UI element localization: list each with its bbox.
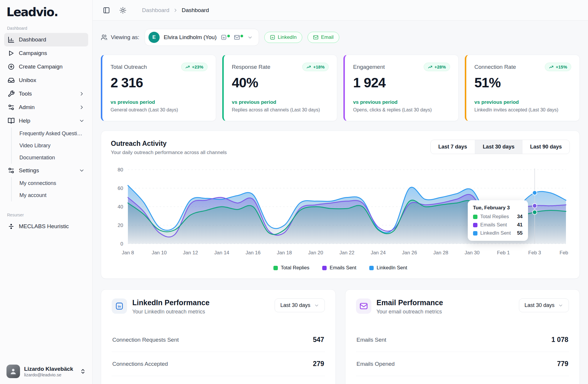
sidebar-nav: Dashboard Campaigns Create Campaign Unib… [4,33,88,233]
sidebar-item-faq[interactable]: Frequently Asked Questions [18,128,85,140]
svg-text:Feb 3: Feb 3 [528,250,541,256]
sidebar-item-create-campaign[interactable]: Create Campaign [4,60,88,74]
linkedin-channel-badge: in LinkedIn [264,32,302,43]
metric-row-messages-sent: Messages Sent691 [112,376,325,384]
users-icon [101,34,107,41]
chevron-right-icon [79,91,85,97]
linkedin-status-dot [227,35,230,37]
main-area: Dashboard Dashboard Viewing as: E Elvira… [93,0,588,384]
svg-text:in: in [118,304,121,308]
sidebar-item-documentation[interactable]: Documentation [18,152,85,164]
stats-row: Total Outreach +23% 2 316 vs previous pe… [101,55,580,121]
svg-text:60: 60 [118,186,123,191]
linkedin-performance-card: in LinkedIn Performance Your LinkedIn ou… [101,289,336,384]
legend-swatch [369,266,374,270]
sidebar-item-my-account[interactable]: My account [18,189,85,201]
legend-item: Total Replies [273,265,309,271]
app-root: Leadvio. Dashboard Dashboard Campaigns C… [0,0,588,384]
tooltip-row: LinkedIn Sent55 [473,230,523,236]
metric-row-connection-requests-sent: Connection Requests Sent547 [112,328,325,352]
viewing-as-row: Viewing as: E Elvira Lindholm (You) in [101,29,580,46]
email-channel-badge: Email [308,32,339,43]
svg-text:Jan 16: Jan 16 [245,250,260,256]
user-email: lizardo@leadvio.se [24,372,76,377]
sidebar-item-admin[interactable]: Admin [4,101,88,114]
wrench-icon [8,90,15,97]
legend-item: Emails Sent [322,265,356,271]
stat-title: Connection Rate [475,64,516,70]
stat-description: General outreach (Last 30 days) [111,107,208,113]
svg-text:Jan 18: Jan 18 [277,250,292,256]
legend-swatch-linkedin-sent [473,231,477,236]
sidebar-toggle-button[interactable] [101,5,111,15]
svg-text:Feb 5: Feb 5 [559,250,570,256]
chart-legend: Total RepliesEmails SentLinkedIn Sent [111,265,570,273]
breadcrumb: Dashboard Dashboard [142,7,209,14]
user-avatar [6,365,20,378]
trending-up-icon [185,65,190,69]
tab-last-7-days[interactable]: Last 7 days [431,140,475,154]
trending-up-icon [306,65,311,69]
card-subtitle: Your email outreach metrics [377,309,514,315]
stat-value: 51% [475,75,572,91]
linkedin-icon: in [112,298,127,314]
performance-row: in LinkedIn Performance Your LinkedIn ou… [101,289,580,384]
viewer-avatar: E [148,32,160,43]
sidebar-item-unibox[interactable]: Unibox [4,74,88,87]
viewing-as-select[interactable]: E Elvira Lindholm (You) in [145,29,259,46]
chevron-down-icon [314,303,319,308]
tooltip-row: Total Replies34 [473,214,523,220]
trend-badge: +28% [424,63,450,71]
stat-card-total-outreach: Total Outreach +23% 2 316 vs previous pe… [101,55,216,121]
stat-description: Opens, clicks & replies (Last 30 days) [353,107,450,113]
trending-up-icon [549,65,554,69]
sidebar-item-dashboard[interactable]: Dashboard [4,33,88,46]
bar-chart-icon [8,36,15,43]
sidebar-item-video-library[interactable]: Video Library [18,140,85,152]
svg-text:Jan 10: Jan 10 [152,250,167,256]
sidebar-item-label: Tools [19,91,32,97]
sidebar-item-label: Unibox [19,77,36,84]
trend-badge: +23% [181,63,208,71]
legend-swatch-total-replies [473,215,477,219]
breadcrumb-root[interactable]: Dashboard [142,7,169,14]
tooltip-title: Tue, February 3 [473,205,523,211]
sidebar-item-tools[interactable]: Tools [4,87,88,101]
chevron-down-icon [79,168,85,173]
sidebar-user-menu[interactable]: Lizardo Klavebäck lizardo@leadvio.se [4,362,89,381]
theme-toggle-sun-icon[interactable] [118,5,128,15]
chevron-right-icon [79,104,85,110]
settings-submenu: My connections My account [11,177,88,201]
stat-vs-label: vs previous period [353,99,450,105]
mail-icon [234,34,240,40]
chart-title: Outreach Activity [111,140,227,148]
stat-vs-label: vs previous period [475,99,572,105]
topbar: Dashboard Dashboard [93,0,588,21]
chevron-down-icon [79,118,85,124]
tab-last-90-days[interactable]: Last 90 days [522,140,569,154]
sliders-icon [8,104,15,111]
sidebar-item-label: Dashboard [19,36,46,43]
page-content: Viewing as: E Elvira Lindholm (You) in [93,21,588,384]
viewer-name: Elvira Lindholm (You) [164,34,217,41]
tab-last-30-days[interactable]: Last 30 days [475,140,522,154]
svg-text:Jan 28: Jan 28 [433,250,448,256]
sidebar-item-help[interactable]: Help [4,114,88,128]
sidebar-item-campaigns[interactable]: Campaigns [4,46,88,60]
stat-title: Total Outreach [111,64,147,70]
chart-area: 020406080Jan 8Jan 10Jan 12Jan 14Jan 16Ja… [111,166,570,261]
svg-text:80: 80 [118,167,123,173]
linkedin-range-select[interactable]: Last 30 days [275,298,325,312]
sidebar-item-settings[interactable]: Settings [4,164,88,177]
sidebar: Leadvio. Dashboard Dashboard Campaigns C… [0,0,93,384]
sidebar-item-meclabs[interactable]: MECLABS Heuristic [4,220,88,233]
legend-swatch [322,266,327,270]
sidebar-item-my-connections[interactable]: My connections [18,177,85,189]
email-range-select[interactable]: Last 30 days [519,298,569,312]
play-icon [8,50,15,57]
metric-row-emails-opened: Emails Opened779 [356,352,569,376]
chart-subtitle: Your daily outreach performance across a… [111,150,227,156]
sidebar-item-label: Settings [19,167,39,174]
book-open-icon [8,117,15,124]
svg-text:Jan 22: Jan 22 [339,250,354,256]
